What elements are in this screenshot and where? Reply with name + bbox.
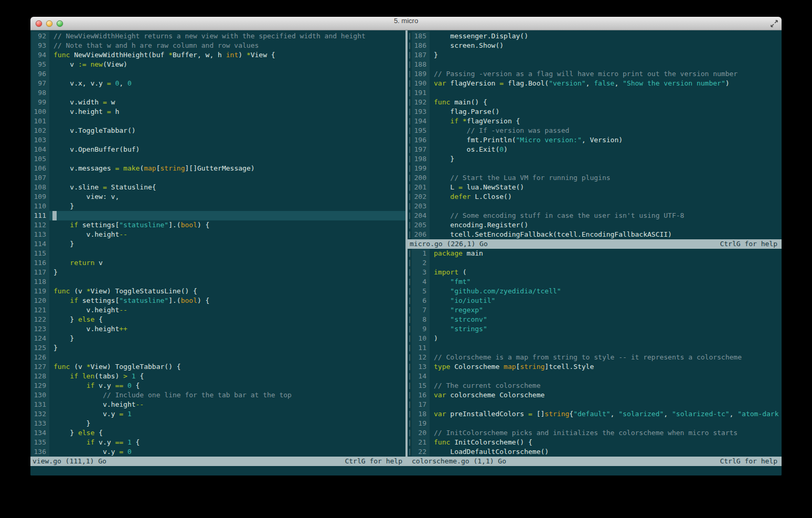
- code-line: |19: [408, 419, 782, 428]
- split-divider-glyph: |: [408, 334, 412, 343]
- split-divider-glyph: |: [408, 305, 412, 315]
- code-text: v.height = h: [49, 107, 405, 117]
- line-number: 197: [412, 145, 430, 154]
- code-text: "strconv": [430, 315, 782, 324]
- line-number: 97: [31, 79, 49, 88]
- line-number: 199: [412, 164, 430, 173]
- line-number: 100: [31, 107, 49, 117]
- line-number: 185: [412, 31, 430, 41]
- pane-view-go[interactable]: 92// NewViewWidthHeight returns a new vi…: [31, 31, 405, 457]
- command-line[interactable]: [30, 466, 782, 475]
- code-text: flag.Parse(): [430, 107, 782, 117]
- line-number: 190: [412, 79, 430, 88]
- line-number: 9: [412, 324, 430, 334]
- code-text: [430, 343, 782, 353]
- code-line: |1package main: [408, 249, 782, 258]
- code-line: |190var flagVersion = flag.Bool("version…: [408, 79, 782, 88]
- code-line: 125}: [31, 343, 405, 353]
- line-number: 107: [31, 173, 49, 183]
- line-number: 111: [31, 211, 49, 220]
- code-line: 114 }: [31, 239, 405, 249]
- code-text: // Colorscheme is a map from string to s…: [430, 353, 782, 362]
- pane-colorscheme-go[interactable]: |1package main|2|3import (|4 "fmt"|5 "gi…: [408, 249, 782, 457]
- line-number: 102: [31, 126, 49, 135]
- line-number: 128: [31, 372, 49, 381]
- code-text: os.Exit(0): [430, 145, 782, 154]
- split-divider-glyph: |: [408, 400, 412, 409]
- statusbar-file-info: view.go (111,1) Go: [33, 457, 106, 466]
- line-number: 192: [412, 98, 430, 107]
- line-number: 187: [412, 50, 430, 60]
- code-text: messenger.Display(): [430, 31, 782, 41]
- code-line: 113 v.height--: [31, 230, 405, 239]
- code-text: "strings": [430, 324, 782, 334]
- resize-icon[interactable]: [770, 19, 778, 28]
- line-number: 126: [31, 353, 49, 362]
- code-line: 94func NewViewWidthHeight(buf *Buffer, w…: [31, 50, 405, 60]
- code-line: |197 os.Exit(0): [408, 145, 782, 154]
- line-number: 189: [412, 69, 430, 79]
- code-line: 131 v.height--: [31, 400, 405, 409]
- micro-editor: 92// NewViewWidthHeight returns a new vi…: [30, 30, 782, 475]
- code-line: 102 v.ToggleTabbar(): [31, 126, 405, 135]
- code-line: 133 }: [31, 419, 405, 428]
- code-line: 104 v.OpenBuffer(buf): [31, 145, 405, 154]
- code-line: |189// Passing -version as a flag will h…: [408, 69, 782, 79]
- split-divider-glyph: |: [408, 173, 412, 183]
- line-number: 105: [31, 154, 49, 164]
- split-divider-glyph: |: [408, 296, 412, 305]
- code-text: // InitColorscheme picks and initializes…: [430, 428, 782, 438]
- pane-micro-go[interactable]: |185 messenger.Display()|186 screen.Show…: [408, 31, 782, 239]
- split-divider-glyph: |: [408, 202, 412, 211]
- split-divider-glyph: |: [408, 154, 412, 164]
- split-divider-glyph: |: [408, 88, 412, 98]
- split-divider-glyph: |: [408, 98, 412, 107]
- code-line: 111: [31, 211, 405, 220]
- code-text: [430, 258, 782, 268]
- code-line: |6 "io/ioutil": [408, 296, 782, 305]
- code-line: 124 }: [31, 334, 405, 343]
- code-line: |2: [408, 258, 782, 268]
- line-number: 113: [31, 230, 49, 239]
- split-divider-glyph: |: [408, 211, 412, 220]
- code-line: 128 if len(tabs) > 1 {: [31, 372, 405, 381]
- split-divider-glyph: |: [408, 381, 412, 390]
- split-divider-glyph: |: [408, 277, 412, 287]
- code-line: 122 } else {: [31, 315, 405, 324]
- line-number: 13: [412, 362, 430, 372]
- line-number: 112: [31, 220, 49, 230]
- code-text: } else {: [49, 428, 405, 438]
- split-divider-glyph: |: [408, 164, 412, 173]
- line-number: 98: [31, 88, 49, 98]
- code-line: |20// InitColorscheme picks and initiali…: [408, 428, 782, 438]
- line-number: 16: [412, 390, 430, 400]
- statusbar-help-hint: CtrlG for help: [720, 457, 777, 466]
- code-text: [49, 117, 405, 126]
- line-number: 22: [412, 447, 430, 457]
- code-text: v.x, v.y = 0, 0: [49, 79, 405, 88]
- line-number: 118: [31, 277, 49, 287]
- line-number: 124: [31, 334, 49, 343]
- code-line: |4 "fmt": [408, 277, 782, 287]
- line-number: 21: [412, 438, 430, 447]
- split-divider-glyph: |: [408, 50, 412, 60]
- line-number: 188: [412, 60, 430, 69]
- statusbar-help-hint: CtrlG for help: [345, 457, 402, 466]
- line-number: 131: [31, 400, 49, 409]
- split-divider-glyph: |: [408, 31, 412, 41]
- line-number: 136: [31, 447, 49, 457]
- code-line: |12// Colorscheme is a map from string t…: [408, 353, 782, 362]
- split-divider-glyph: |: [408, 249, 412, 258]
- line-number: 122: [31, 315, 49, 324]
- code-line: |9 "strings": [408, 324, 782, 334]
- code-text: v.width = w: [49, 98, 405, 107]
- code-line: 103: [31, 135, 405, 145]
- line-number: 123: [31, 324, 49, 334]
- statusbar-help-hint: CtrlG for help: [720, 239, 777, 249]
- code-text: }: [430, 154, 782, 164]
- code-text: v.height--: [49, 400, 405, 409]
- line-number: 194: [412, 117, 430, 126]
- line-number: 203: [412, 202, 430, 211]
- title-bar[interactable]: 5. micro: [30, 17, 782, 30]
- code-line: 112 if settings["statusline"].(bool) {: [31, 220, 405, 230]
